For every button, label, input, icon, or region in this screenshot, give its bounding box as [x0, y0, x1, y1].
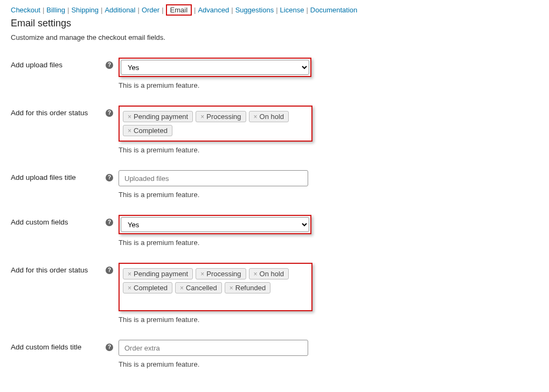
- premium-note: This is a premium feature.: [119, 239, 311, 247]
- row-custom-order-status: Add for this order status ? ×Pending pay…: [11, 263, 538, 324]
- tag-item[interactable]: ×Refunded: [225, 282, 270, 293]
- help-icon[interactable]: ?: [106, 267, 113, 274]
- tag-item[interactable]: ×Cancelled: [175, 282, 222, 293]
- tag-remove-icon[interactable]: ×: [200, 113, 204, 121]
- row-upload-files-title: Add upload files title ? This is a premi…: [11, 170, 538, 199]
- tag-remove-icon[interactable]: ×: [200, 270, 204, 278]
- tab-separator: |: [101, 6, 102, 14]
- label-add-custom-fields: Add custom fields: [11, 218, 68, 226]
- premium-note: This is a premium feature.: [119, 81, 311, 89]
- tag-remove-icon[interactable]: ×: [128, 113, 131, 121]
- tab-separator: |: [194, 6, 196, 14]
- tag-label: Processing: [206, 270, 241, 278]
- tag-item[interactable]: ×On hold: [249, 268, 289, 279]
- row-add-custom-fields: Add custom fields ? Yes This is a premiu…: [11, 215, 538, 247]
- tab-separator: |: [306, 6, 308, 14]
- page-title: Email settings: [11, 18, 538, 29]
- tab-billing[interactable]: Billing: [46, 6, 65, 14]
- help-icon[interactable]: ?: [106, 174, 113, 181]
- tag-item[interactable]: ×Processing: [196, 268, 246, 279]
- tab-separator: |: [162, 6, 163, 14]
- tag-item[interactable]: ×On hold: [249, 111, 289, 122]
- tab-shipping[interactable]: Shipping: [71, 6, 99, 14]
- help-icon[interactable]: ?: [106, 219, 113, 226]
- tab-separator: |: [138, 6, 140, 14]
- tab-advanced[interactable]: Advanced: [198, 6, 229, 14]
- tag-remove-icon[interactable]: ×: [254, 113, 258, 121]
- tab-additional[interactable]: Additional: [105, 6, 135, 14]
- tab-checkout[interactable]: Checkout: [11, 6, 40, 14]
- label-add-upload-files: Add upload files: [11, 61, 62, 69]
- help-icon[interactable]: ?: [106, 344, 113, 351]
- tab-email-active[interactable]: Email: [166, 4, 192, 16]
- premium-note: This is a premium feature.: [119, 360, 308, 368]
- tag-item[interactable]: ×Processing: [196, 111, 246, 122]
- tab-order[interactable]: Order: [142, 6, 159, 14]
- tag-remove-icon[interactable]: ×: [230, 284, 233, 292]
- settings-tabs: Checkout|Billing|Shipping|Additional|Ord…: [11, 4, 538, 16]
- label-custom-fields-title: Add custom fields title: [11, 343, 81, 351]
- tag-label: Pending payment: [134, 113, 188, 121]
- tag-label: Pending payment: [134, 270, 188, 278]
- tag-remove-icon[interactable]: ×: [180, 284, 184, 292]
- tag-label: Refunded: [235, 284, 266, 292]
- tag-label: On hold: [260, 113, 284, 121]
- tab-suggestions[interactable]: Suggestions: [235, 6, 274, 14]
- row-add-upload-files: Add upload files ? Yes This is a premium…: [11, 58, 538, 89]
- label-custom-order-status: Add for this order status: [11, 266, 88, 274]
- select-add-upload-files[interactable]: Yes: [121, 60, 309, 75]
- tab-documentation[interactable]: Documentation: [310, 6, 357, 14]
- tag-item[interactable]: ×Pending payment: [123, 111, 193, 122]
- help-icon[interactable]: ?: [106, 61, 113, 69]
- tag-label: On hold: [260, 270, 284, 278]
- premium-note: This is a premium feature.: [119, 191, 308, 199]
- tab-license[interactable]: License: [280, 6, 304, 14]
- tag-label: Completed: [134, 127, 168, 135]
- premium-note: This is a premium feature.: [119, 316, 312, 324]
- tab-separator: |: [43, 6, 44, 14]
- tab-separator: |: [67, 6, 69, 14]
- input-upload-files-title[interactable]: [119, 170, 308, 186]
- tag-item[interactable]: ×Pending payment: [123, 268, 193, 279]
- select-add-custom-fields[interactable]: Yes: [121, 217, 309, 232]
- tag-item[interactable]: ×Completed: [123, 282, 172, 293]
- tag-label: Cancelled: [186, 284, 217, 292]
- tag-remove-icon[interactable]: ×: [254, 270, 258, 278]
- page-subtitle: Customize and manage the checkout email …: [11, 33, 538, 41]
- row-custom-fields-title: Add custom fields title ? This is a prem…: [11, 340, 538, 368]
- label-upload-files-title: Add upload files title: [11, 173, 76, 181]
- row-upload-order-status: Add for this order status ? ×Pending pay…: [11, 106, 538, 154]
- premium-note: This is a premium feature.: [119, 146, 312, 154]
- label-upload-order-status: Add for this order status: [11, 109, 88, 117]
- input-custom-fields-title[interactable]: [119, 340, 308, 356]
- tab-separator: |: [231, 6, 233, 14]
- tags-upload-status[interactable]: ×Pending payment×Processing×On hold×Comp…: [121, 108, 310, 139]
- tag-label: Completed: [134, 284, 168, 292]
- tag-remove-icon[interactable]: ×: [128, 127, 131, 135]
- tag-remove-icon[interactable]: ×: [128, 270, 131, 278]
- tag-item[interactable]: ×Completed: [123, 125, 172, 136]
- tab-separator: |: [276, 6, 277, 14]
- help-icon[interactable]: ?: [106, 109, 113, 117]
- tag-remove-icon[interactable]: ×: [128, 284, 131, 292]
- tags-custom-status[interactable]: ×Pending payment×Processing×On hold×Comp…: [121, 265, 310, 309]
- tag-label: Processing: [206, 113, 241, 121]
